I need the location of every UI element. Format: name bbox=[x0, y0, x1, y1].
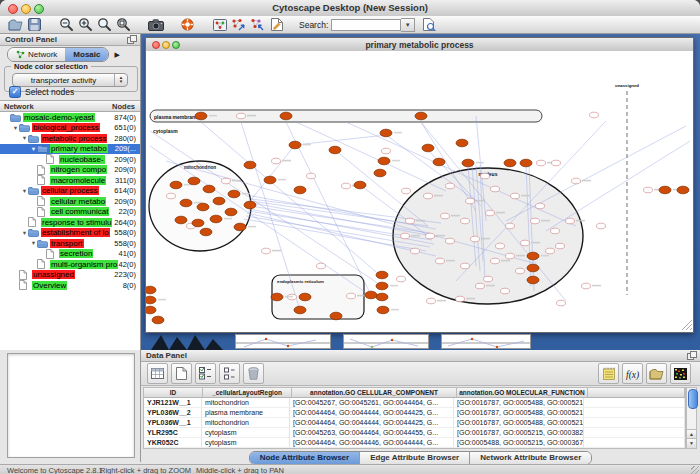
delete-attribute-icon[interactable] bbox=[243, 363, 264, 384]
node-color-dropdown[interactable]: transporter activity ▲▼ bbox=[12, 73, 128, 87]
attribute-table-icon[interactable] bbox=[147, 363, 168, 384]
tree-item[interactable]: macromolecule311(0) bbox=[0, 175, 140, 186]
column-header[interactable]: ID bbox=[144, 388, 203, 397]
network-canvas[interactable]: plasma membranecytoplasmmitochondrionnuc… bbox=[146, 51, 693, 332]
tree-item[interactable]: mosaic-demo-yeast874(0) bbox=[0, 112, 140, 123]
attribute-matrix-icon[interactable] bbox=[670, 363, 691, 384]
tree-header: Network Nodes bbox=[0, 100, 140, 112]
table-row[interactable]: YJR121W__1mitochondrion[GO:0045267, GO:0… bbox=[144, 398, 685, 408]
save-session-icon[interactable] bbox=[25, 17, 44, 33]
new-attribute-icon[interactable] bbox=[171, 363, 192, 384]
list-attributes-icon[interactable] bbox=[219, 363, 240, 384]
disclosure-icon[interactable]: ▼ bbox=[12, 125, 19, 131]
disclosure-icon[interactable]: ▼ bbox=[30, 146, 37, 152]
disclosure-icon[interactable]: ▼ bbox=[30, 240, 37, 246]
tree-item[interactable]: ▼biological_process651(0) bbox=[0, 123, 140, 134]
dropdown-stepper-icon: ▲▼ bbox=[114, 74, 127, 86]
resize-grip-icon[interactable] bbox=[691, 466, 699, 474]
float-panel-icon[interactable] bbox=[127, 37, 134, 44]
import-attributes-icon[interactable] bbox=[646, 363, 667, 384]
network-frame-title: primary metabolic process bbox=[146, 40, 693, 50]
more-tabs-arrow-icon[interactable]: ▶ bbox=[114, 51, 119, 59]
notepad-icon[interactable] bbox=[598, 363, 619, 384]
zoom-selected-icon[interactable] bbox=[95, 17, 114, 33]
control-panel-tabs: Network Mosaic ▶ bbox=[0, 47, 141, 62]
tree-item[interactable]: ▼primary metabo209(... bbox=[0, 144, 140, 155]
tree-item[interactable]: ▼transport558(0) bbox=[0, 238, 140, 249]
vizmapper-icon[interactable] bbox=[229, 17, 248, 33]
disclosure-icon[interactable]: ▼ bbox=[21, 188, 28, 194]
manage-networks-icon[interactable] bbox=[210, 17, 229, 33]
tree-item[interactable]: ▼cellular process614(0) bbox=[0, 186, 140, 197]
folder-icon bbox=[37, 239, 50, 248]
table-row[interactable]: YKR052Ccytoplasm[GO:0044464, GO:0044446,… bbox=[144, 438, 685, 448]
attribute-table-header[interactable]: ID_cellularLayoutRegionannotation.GO CEL… bbox=[144, 388, 685, 398]
table-row[interactable]: YPL036W__2plasma membrane[GO:0044464, GO… bbox=[144, 408, 685, 418]
export-image-icon[interactable] bbox=[146, 17, 165, 33]
canvas-resize-grip bbox=[682, 320, 692, 330]
column-header[interactable]: _cellularLayoutRegion bbox=[203, 388, 292, 397]
zoom-fit-icon[interactable] bbox=[114, 17, 133, 33]
scrollbar-thumb[interactable] bbox=[688, 389, 698, 409]
search-input[interactable] bbox=[331, 19, 401, 31]
filters-icon[interactable] bbox=[248, 17, 267, 33]
formula-builder-icon[interactable]: f(x) bbox=[622, 363, 643, 384]
float-panel-icon[interactable] bbox=[687, 353, 694, 360]
zoom-in-icon[interactable] bbox=[76, 17, 95, 33]
select-attributes-icon[interactable] bbox=[195, 363, 216, 384]
table-cell: [GO:0016787, GO:0005488, GO:0005215, G..… bbox=[454, 398, 584, 407]
tab-edge-attribute-browser[interactable]: Edge Attribute Browser bbox=[360, 452, 470, 464]
table-scrollbar[interactable]: ▲ ▼ bbox=[686, 387, 697, 449]
select-nodes-checkbox[interactable]: ✓ bbox=[9, 86, 21, 98]
tree-item[interactable]: nitrogen compo209(0) bbox=[0, 165, 140, 176]
table-cell: plasma membrane bbox=[202, 408, 290, 417]
tree-item-label: Overview bbox=[32, 281, 67, 290]
tree-item[interactable]: unassigned223(0) bbox=[0, 270, 140, 281]
tree-item-label: cellular process bbox=[41, 186, 99, 195]
tree-item[interactable]: ▼metabolic process280(0) bbox=[0, 133, 140, 144]
birds-eye-view[interactable] bbox=[7, 353, 135, 458]
open-session-icon[interactable] bbox=[6, 17, 25, 33]
app-titlebar[interactable]: Cytoscape Desktop (New Session) bbox=[0, 0, 700, 17]
tab-network[interactable]: Network bbox=[8, 48, 65, 61]
search-dropdown-arrow[interactable]: ▼ bbox=[401, 18, 415, 32]
scroll-down-icon[interactable]: ▼ bbox=[687, 438, 696, 448]
minimized-window[interactable] bbox=[343, 334, 429, 349]
tree-item[interactable]: response to stimulu264(0) bbox=[0, 217, 140, 228]
column-header[interactable]: annotation.GO CELLULAR_COMPONENT bbox=[292, 388, 457, 397]
network-view-frame[interactable]: primary metabolic process plasma membran… bbox=[145, 37, 694, 333]
table-row[interactable]: YLR295Ccytoplasm[GO:0045263, GO:0044464,… bbox=[144, 428, 685, 438]
advanced-search-icon[interactable] bbox=[420, 17, 439, 33]
tree-item-count: 651(0) bbox=[114, 123, 140, 132]
minimized-window[interactable] bbox=[441, 334, 531, 349]
disclosure-icon[interactable]: ▼ bbox=[21, 230, 28, 236]
tab-node-attribute-browser[interactable]: Node Attribute Browser bbox=[250, 452, 361, 464]
zoom-out-icon[interactable] bbox=[57, 17, 76, 33]
minimized-window[interactable] bbox=[235, 334, 331, 349]
table-row[interactable]: YPL036W__1mitochondrion[GO:0044464, GO:0… bbox=[144, 418, 685, 428]
tree-item[interactable]: secretion41(0) bbox=[0, 249, 140, 260]
tree-item-label: biological_process bbox=[32, 123, 100, 132]
column-header[interactable]: annotation.GO MOLECULAR_FUNCTION bbox=[457, 388, 588, 397]
control-panel: Control Panel Network Mosaic ▶ Node colo… bbox=[0, 34, 141, 462]
network-frame-titlebar[interactable]: primary metabolic process bbox=[146, 38, 693, 52]
tree-item[interactable]: nucleobase-209(0) bbox=[0, 154, 140, 165]
tree-item[interactable]: ▼establishment of lo558(0) bbox=[0, 228, 140, 239]
tree-item[interactable]: cellular metabo209(0) bbox=[0, 196, 140, 207]
table-cell: YPL036W__1 bbox=[144, 418, 202, 427]
network-tree: mosaic-demo-yeast874(0)▼biological_proce… bbox=[0, 112, 140, 350]
attribute-table[interactable]: ID_cellularLayoutRegionannotation.GO CEL… bbox=[143, 387, 686, 449]
svg-text:endoplasmic reticulum: endoplasmic reticulum bbox=[277, 279, 324, 284]
annotations-icon[interactable] bbox=[267, 17, 286, 33]
tab-network-attribute-browser[interactable]: Network Attribute Browser bbox=[470, 452, 591, 464]
disclosure-icon[interactable]: ▼ bbox=[21, 135, 28, 141]
help-icon[interactable] bbox=[178, 17, 197, 33]
table-row[interactable]: YDR039C__1mitochondrion[GO:0044464, GO:0… bbox=[144, 448, 685, 449]
tree-item[interactable]: cell communicat22(0) bbox=[0, 207, 140, 218]
tree-item[interactable]: Overview8(0) bbox=[0, 280, 140, 291]
nucleus-region bbox=[393, 168, 583, 304]
tab-mosaic[interactable]: Mosaic bbox=[65, 48, 108, 61]
tree-item-count: 209(0) bbox=[114, 165, 140, 174]
tree-item[interactable]: multi-organism pro42(0) bbox=[0, 259, 140, 270]
table-cell: [GO:0005488, GO:0005215, GO:0003674] bbox=[454, 438, 584, 447]
